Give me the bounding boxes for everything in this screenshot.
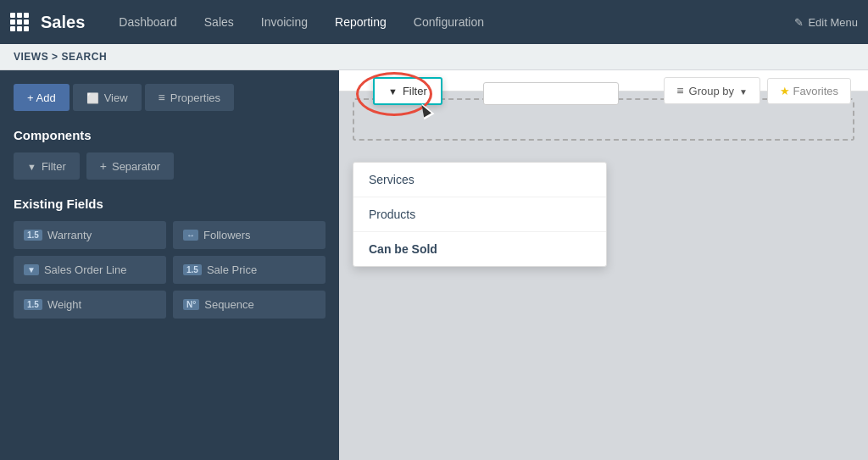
toolbar: + Add View Properties xyxy=(14,84,326,111)
dropdown-item-can-be-sold[interactable]: Can be Sold xyxy=(353,232,606,266)
search-input[interactable] xyxy=(483,82,619,105)
nav-dashboard[interactable]: Dashboard xyxy=(108,10,187,34)
filter-component-button[interactable]: Filter xyxy=(14,152,80,180)
field-warranty[interactable]: 1.5 Warranty xyxy=(14,221,166,249)
filter-icon xyxy=(27,160,36,173)
properties-button[interactable]: Properties xyxy=(145,84,234,111)
components-row: Filter Separator xyxy=(14,152,326,180)
fields-grid: 1.5 Warranty ↔ Followers ▼ Sales Order L… xyxy=(14,221,326,319)
favorites-button[interactable]: Favorites xyxy=(767,78,851,104)
app-brand[interactable]: Sales xyxy=(41,13,85,32)
left-panel: + Add View Properties Components Filter … xyxy=(0,70,339,460)
filter-icon-dragging xyxy=(388,85,398,97)
version-badge-3: 1.5 xyxy=(24,299,42,310)
pencil-icon xyxy=(794,16,804,29)
add-button[interactable]: + Add xyxy=(14,84,70,111)
group-by-area: Group by Favorites xyxy=(664,77,851,104)
filter-dragging-element[interactable]: Filter xyxy=(373,77,442,105)
list-icon xyxy=(159,91,165,104)
star-icon xyxy=(780,85,790,97)
separator-icon xyxy=(100,159,107,173)
relation-badge: ↔ xyxy=(183,230,198,241)
field-weight[interactable]: 1.5 Weight xyxy=(14,291,166,319)
hamburger-icon xyxy=(676,84,683,97)
field-sequence[interactable]: N° Sequence xyxy=(173,291,326,319)
nav-invoicing[interactable]: Invoicing xyxy=(251,10,318,34)
nav-reporting[interactable]: Reporting xyxy=(325,10,397,34)
search-bar-area: Filter Group by Favorites xyxy=(339,70,868,91)
right-panel: Filter Group by Favorites xyxy=(339,70,868,460)
nav-configuration[interactable]: Configuration xyxy=(403,10,494,34)
monitor-icon xyxy=(86,91,99,104)
app-grid-icon[interactable] xyxy=(10,13,29,31)
components-heading: Components xyxy=(14,128,326,142)
main-layout: + Add View Properties Components Filter … xyxy=(0,70,868,460)
field-sale-price[interactable]: 1.5 Sale Price xyxy=(173,256,326,284)
down-badge: ▼ xyxy=(24,264,39,275)
version-badge: 1.5 xyxy=(24,230,42,241)
nav-sales[interactable]: Sales xyxy=(194,10,244,34)
separator-component-button[interactable]: Separator xyxy=(86,152,174,180)
breadcrumb: VIEWS > SEARCH xyxy=(0,44,868,70)
chevron-down-icon xyxy=(739,85,748,97)
no-badge: N° xyxy=(183,299,199,310)
version-badge-2: 1.5 xyxy=(183,264,202,275)
group-by-button[interactable]: Group by xyxy=(664,77,760,104)
top-nav: Sales Dashboard Sales Invoicing Reportin… xyxy=(0,0,868,44)
filter-dropdown: Services Products Can be Sold xyxy=(353,162,607,267)
field-followers[interactable]: ↔ Followers xyxy=(173,221,326,249)
view-button[interactable]: View xyxy=(73,84,142,111)
dropdown-item-services[interactable]: Services xyxy=(353,163,606,197)
edit-menu-button[interactable]: Edit Menu xyxy=(794,16,858,29)
dropdown-item-products[interactable]: Products xyxy=(353,197,606,232)
field-sales-order-line[interactable]: ▼ Sales Order Line xyxy=(14,256,166,284)
existing-fields-heading: Existing Fields xyxy=(14,197,326,211)
